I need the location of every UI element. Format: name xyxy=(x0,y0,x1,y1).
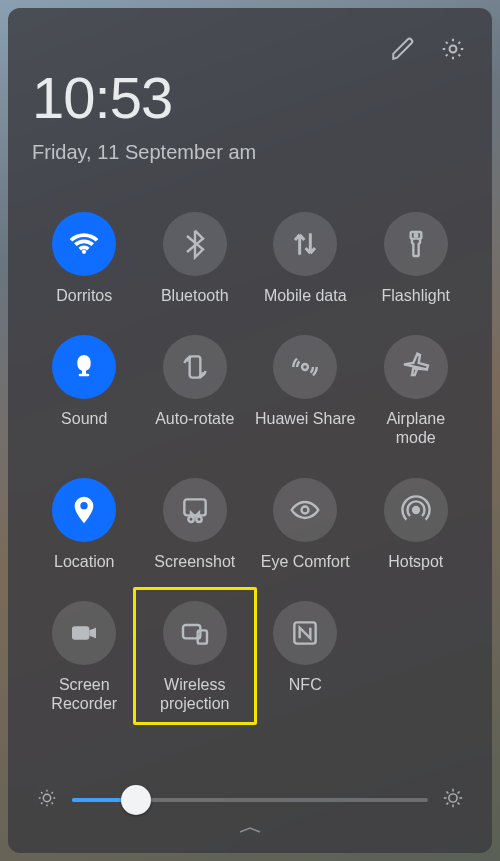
tile-label: Screenshot xyxy=(154,552,235,571)
tile-label: Auto-rotate xyxy=(155,409,234,428)
tile-label: Airplane mode xyxy=(386,409,445,447)
bluetooth-icon xyxy=(163,212,227,276)
screenshot-icon xyxy=(163,478,227,542)
tiles-grid: DorritosBluetoothMobile dataFlashlightSo… xyxy=(32,212,468,713)
svg-point-7 xyxy=(196,516,201,521)
tile-label: Flashlight xyxy=(382,286,450,305)
panel-handle-icon[interactable] xyxy=(32,821,468,839)
tile-label: Dorritos xyxy=(56,286,112,305)
clock-date: Friday, 11 September am xyxy=(32,141,468,164)
svg-point-9 xyxy=(413,507,419,513)
tile-hotspot[interactable]: Hotspot xyxy=(364,478,469,571)
screenrec-icon xyxy=(52,601,116,665)
hotspot-icon xyxy=(384,478,448,542)
mobiledata-icon xyxy=(273,212,337,276)
tile-wifi[interactable]: Dorritos xyxy=(32,212,137,305)
tile-eyecomfort[interactable]: Eye Comfort xyxy=(253,478,358,571)
svg-point-0 xyxy=(450,46,457,53)
tile-huaweishare[interactable]: Huawei Share xyxy=(253,335,358,447)
tile-bluetooth[interactable]: Bluetooth xyxy=(143,212,248,305)
tile-label: Sound xyxy=(61,409,107,428)
tile-wireless[interactable]: Wireless projection xyxy=(143,601,248,713)
wireless-icon xyxy=(163,601,227,665)
svg-rect-3 xyxy=(189,357,200,378)
tile-autorotate[interactable]: Auto-rotate xyxy=(143,335,248,447)
brightness-low-icon xyxy=(36,787,58,813)
svg-rect-10 xyxy=(72,626,89,639)
svg-rect-5 xyxy=(184,499,205,515)
tile-flashlight[interactable]: Flashlight xyxy=(364,212,469,305)
flashlight-icon xyxy=(384,212,448,276)
tile-screenshot[interactable]: Screenshot xyxy=(143,478,248,571)
location-icon xyxy=(52,478,116,542)
sound-icon xyxy=(52,335,116,399)
tile-screenrec[interactable]: Screen Recorder xyxy=(32,601,137,713)
tile-mobiledata[interactable]: Mobile data xyxy=(253,212,358,305)
tile-label: Hotspot xyxy=(388,552,443,571)
brightness-slider[interactable] xyxy=(72,798,428,802)
autorotate-icon xyxy=(163,335,227,399)
huaweishare-icon xyxy=(273,335,337,399)
tile-nfc[interactable]: NFC xyxy=(253,601,358,713)
tile-location[interactable]: Location xyxy=(32,478,137,571)
gear-icon[interactable] xyxy=(440,36,466,66)
tile-sound[interactable]: Sound xyxy=(32,335,137,447)
eyecomfort-icon xyxy=(273,478,337,542)
tile-label: Eye Comfort xyxy=(261,552,350,571)
quick-settings-panel: 10:53 Friday, 11 September am DorritosBl… xyxy=(8,8,492,853)
tile-label: Huawei Share xyxy=(255,409,356,428)
svg-point-2 xyxy=(414,234,417,237)
tile-label: Wireless projection xyxy=(160,675,229,713)
airplane-icon xyxy=(384,335,448,399)
svg-point-4 xyxy=(302,364,308,370)
clock-time: 10:53 xyxy=(32,64,468,131)
tile-label: Bluetooth xyxy=(161,286,229,305)
svg-point-6 xyxy=(188,516,193,521)
edit-icon[interactable] xyxy=(390,36,416,66)
svg-point-14 xyxy=(43,794,50,801)
wifi-icon xyxy=(52,212,116,276)
brightness-high-icon xyxy=(442,787,464,813)
brightness-row xyxy=(32,787,468,819)
tile-label: NFC xyxy=(289,675,322,694)
tile-label: Location xyxy=(54,552,115,571)
svg-point-15 xyxy=(449,794,457,802)
svg-point-8 xyxy=(302,506,309,513)
tile-airplane[interactable]: Airplane mode xyxy=(364,335,469,447)
nfc-icon xyxy=(273,601,337,665)
tile-label: Screen Recorder xyxy=(51,675,117,713)
tile-label: Mobile data xyxy=(264,286,347,305)
